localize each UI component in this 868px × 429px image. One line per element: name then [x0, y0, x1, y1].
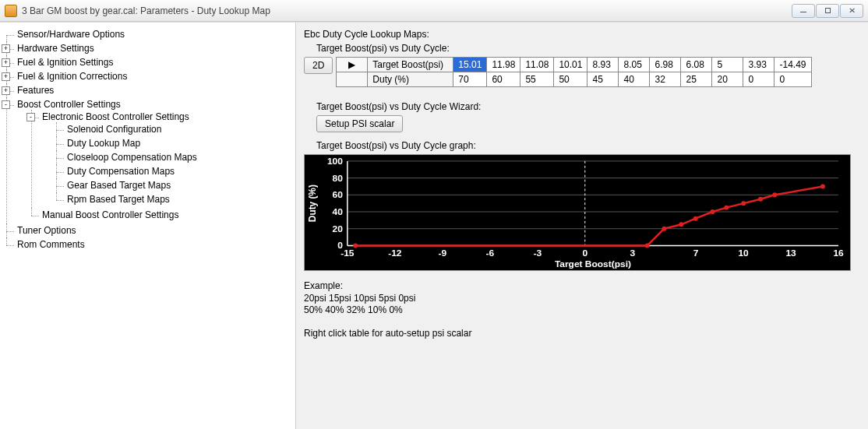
duty-cell[interactable]: 20: [712, 72, 743, 87]
boost-cell[interactable]: 11.98: [487, 58, 520, 72]
svg-point-30: [710, 209, 715, 214]
tree-item[interactable]: Closeloop Compensation Maps: [67, 152, 197, 163]
duty-cell[interactable]: 0: [743, 72, 774, 87]
collapse-icon[interactable]: -: [26, 113, 35, 121]
tree-item[interactable]: Tuner Options: [17, 225, 76, 236]
window-titlebar: 3 Bar GM boost by gear.cal: Parameters -…: [0, 0, 868, 22]
2d-button[interactable]: 2D: [304, 57, 333, 74]
tree-item[interactable]: Fuel & Ignition Corrections: [17, 71, 127, 82]
tree-item[interactable]: Features: [17, 85, 54, 96]
svg-text:100: 100: [327, 156, 343, 167]
minimize-button[interactable]: [792, 4, 815, 18]
svg-text:-9: -9: [439, 248, 447, 258]
tree-item[interactable]: Solenoid Configuration: [67, 124, 161, 135]
boost-cell[interactable]: 11.08: [520, 58, 554, 72]
example-line-2: 50% 40% 32% 10% 0%: [304, 304, 860, 317]
boost-cell[interactable]: 8.05: [619, 58, 650, 72]
tree-item[interactable]: Manual Boost Controller Settings: [42, 209, 178, 220]
tree-item[interactable]: Fuel & Ignition Settings: [17, 57, 113, 68]
boost-row-header: Target Boost(psi): [368, 58, 453, 72]
svg-point-28: [679, 222, 683, 227]
close-button[interactable]: ✕: [840, 4, 863, 18]
svg-point-27: [662, 227, 666, 231]
duty-cell[interactable]: 50: [554, 72, 587, 87]
boost-cell[interactable]: 10.01: [554, 58, 587, 72]
svg-point-33: [758, 197, 763, 202]
tree-item[interactable]: Electronic Boost Controller Settings: [42, 111, 189, 122]
row-selector-icon[interactable]: ▶: [337, 58, 368, 72]
svg-point-34: [772, 192, 777, 197]
navigation-tree[interactable]: Sensor/Hardware Options+Hardware Setting…: [0, 23, 296, 429]
svg-text:20: 20: [333, 223, 344, 234]
boost-cell[interactable]: 3.93: [743, 58, 774, 72]
tree-item[interactable]: Boost Controller Settings: [17, 99, 121, 110]
boost-cell[interactable]: 6.08: [681, 58, 712, 72]
graph-label: Target Boost(psi) vs Duty Cycle graph:: [316, 140, 860, 151]
svg-text:60: 60: [333, 189, 344, 200]
duty-cell[interactable]: 25: [681, 72, 712, 87]
duty-cell[interactable]: 32: [650, 72, 681, 87]
duty-cell[interactable]: 55: [520, 72, 554, 87]
example-line-1: 20psi 15psi 10psi 5psi 0psi: [304, 293, 860, 305]
table-label: Target Boost(psi) vs Duty Cycle:: [316, 43, 860, 54]
svg-text:10: 10: [738, 248, 749, 258]
tree-item[interactable]: Rom Comments: [17, 239, 85, 250]
wizard-label: Target Boost(psi) vs Duty Cycle Wizard:: [316, 101, 860, 112]
svg-point-25: [353, 243, 358, 248]
svg-text:80: 80: [333, 173, 344, 184]
svg-point-35: [820, 184, 825, 188]
svg-text:0: 0: [582, 248, 587, 258]
tree-item[interactable]: Gear Based Target Maps: [67, 180, 171, 191]
duty-row-header: Duty (%): [368, 72, 453, 87]
setup-psi-scalar-button[interactable]: Setup PSI scalar: [316, 115, 403, 132]
svg-point-29: [693, 216, 698, 221]
duty-lookup-table[interactable]: ▶ Target Boost(psi) 15.0111.9811.0810.01…: [336, 57, 811, 87]
svg-text:7: 7: [693, 248, 699, 258]
tree-item[interactable]: Hardware Settings: [17, 43, 94, 54]
expand-icon[interactable]: +: [2, 58, 10, 67]
svg-text:40: 40: [333, 206, 344, 217]
duty-cell[interactable]: 70: [453, 72, 487, 87]
svg-text:3: 3: [630, 248, 635, 258]
tree-item[interactable]: Sensor/Hardware Options: [17, 29, 125, 40]
tree-item[interactable]: Duty Lookup Map: [67, 138, 140, 149]
boost-cell[interactable]: 5: [712, 58, 743, 72]
svg-text:13: 13: [785, 248, 796, 258]
boost-cell[interactable]: 15.01: [453, 58, 487, 72]
section-heading: Ebc Duty Cycle Lookup Maps:: [304, 29, 860, 40]
svg-point-26: [645, 243, 650, 248]
example-text: Example: 20psi 15psi 10psi 5psi 0psi 50%…: [304, 280, 860, 317]
svg-point-32: [741, 201, 746, 206]
duty-cell[interactable]: 40: [619, 72, 650, 87]
app-icon: [5, 5, 17, 17]
boost-cell[interactable]: -14.49: [774, 58, 811, 72]
row-selector-empty[interactable]: [337, 72, 368, 87]
svg-text:-6: -6: [485, 248, 494, 258]
hint-text: Right click table for auto-setup psi sca…: [304, 328, 860, 339]
svg-text:Duty (%): Duty (%): [307, 185, 318, 222]
boost-cell[interactable]: 8.93: [587, 58, 619, 72]
svg-text:-3: -3: [533, 248, 542, 258]
example-heading: Example:: [304, 280, 860, 293]
duty-cell[interactable]: 60: [487, 72, 520, 87]
tree-item[interactable]: Rpm Based Target Maps: [67, 194, 170, 205]
boost-cell[interactable]: 6.98: [650, 58, 681, 72]
tree-item[interactable]: Duty Compensation Maps: [67, 166, 175, 177]
duty-cell[interactable]: 45: [587, 72, 619, 87]
duty-cycle-chart: 020406080100-15-12-9-6-3037101316Target …: [304, 154, 851, 271]
expand-icon[interactable]: +: [2, 72, 10, 81]
window-controls: ✕: [792, 4, 863, 18]
svg-text:-15: -15: [340, 248, 355, 258]
maximize-button[interactable]: [816, 4, 839, 18]
duty-cell[interactable]: 0: [774, 72, 811, 87]
collapse-icon[interactable]: -: [2, 100, 10, 109]
window-title: 3 Bar GM boost by gear.cal: Parameters -…: [22, 5, 270, 16]
svg-point-31: [724, 206, 729, 210]
svg-text:-12: -12: [388, 248, 402, 258]
svg-text:16: 16: [833, 248, 844, 258]
content-pane: Ebc Duty Cycle Lookup Maps: Target Boost…: [296, 23, 868, 429]
svg-text:Target Boost(psi): Target Boost(psi): [555, 258, 631, 269]
expand-icon[interactable]: +: [2, 44, 10, 53]
expand-icon[interactable]: +: [2, 86, 10, 95]
